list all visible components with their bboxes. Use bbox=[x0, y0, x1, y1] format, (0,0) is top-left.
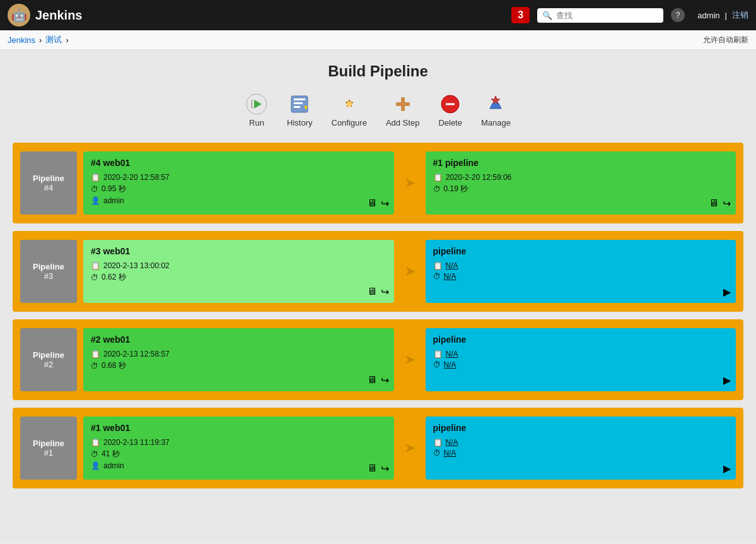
main-content: Build Pipeline Run bbox=[0, 50, 756, 543]
calendar-icon: 📋 bbox=[91, 261, 100, 270]
rerun-icon[interactable]: ↪ bbox=[381, 198, 389, 210]
delete-label: Delete bbox=[438, 118, 462, 127]
breadcrumb-sep2: › bbox=[66, 35, 68, 45]
run-icon bbox=[245, 93, 268, 115]
rerun-icon[interactable]: ↪ bbox=[381, 463, 389, 475]
pipeline-label-text: Pipeline bbox=[33, 174, 64, 183]
build-user: 👤 admin bbox=[91, 196, 387, 205]
svg-rect-9 bbox=[401, 97, 405, 111]
build-duration: 41 秒 bbox=[102, 449, 120, 459]
clock-icon: ⏱ bbox=[433, 272, 441, 281]
delete-icon bbox=[439, 93, 462, 115]
build-title: #4 web01 bbox=[91, 158, 387, 168]
downstream-info: 📋2020-2-20 12:59:06 ⏱0.19 秒 bbox=[433, 173, 729, 194]
run-downstream-icon[interactable]: ▶ bbox=[723, 374, 731, 386]
breadcrumb-jenkins[interactable]: Jenkins bbox=[8, 35, 35, 45]
pipeline-row: Pipeline #3 #3 web01 📋 2020-2-13 13:00:0… bbox=[13, 231, 743, 312]
console-icon[interactable]: 🖥 bbox=[367, 463, 377, 475]
clock-icon: ⏱ bbox=[433, 185, 441, 194]
build-title: #1 web01 bbox=[91, 423, 387, 433]
history-label: History bbox=[287, 118, 312, 127]
run-button[interactable]: Run bbox=[245, 93, 268, 127]
pipeline-row: Pipeline #2 #2 web01 📋 2020-2-13 12:58:5… bbox=[13, 319, 743, 400]
log-icon[interactable]: 🖥 bbox=[709, 198, 719, 210]
downstream-title: pipeline bbox=[433, 246, 729, 256]
help-button[interactable]: ? bbox=[671, 8, 685, 22]
search-icon: 🔍 bbox=[542, 11, 552, 20]
user-icon: 👤 bbox=[91, 196, 100, 205]
calendar-icon: 📋 bbox=[433, 173, 443, 182]
pipeline-label: Pipeline #3 bbox=[20, 240, 77, 303]
separator: | bbox=[725, 11, 727, 20]
breadcrumb-test[interactable]: 测试 bbox=[45, 34, 62, 45]
header: 🤖 Jenkins 3 🔍 ? admin | 注销 bbox=[0, 0, 756, 30]
build-duration: 0.68 秒 bbox=[102, 360, 126, 371]
calendar-icon: 📋 bbox=[433, 261, 443, 270]
clock-icon: ⏱ bbox=[91, 362, 98, 370]
pipeline-num: #2 bbox=[44, 360, 53, 369]
downstream-title: pipeline bbox=[433, 423, 729, 433]
build-date: 2020-2-20 12:58:57 bbox=[103, 173, 170, 182]
build-card-actions: 🖥 ↪ bbox=[367, 374, 389, 386]
build-card: #2 web01 📋 2020-2-13 12:58:57 ⏱ 0.68 秒 🖥… bbox=[83, 328, 394, 391]
svg-point-7 bbox=[347, 102, 352, 107]
user-icon: 👤 bbox=[91, 461, 100, 470]
downstream-card-actions: ▶ bbox=[723, 286, 731, 298]
jenkins-icon: 🤖 bbox=[8, 4, 30, 27]
build-card-actions: 🖥 ↪ bbox=[367, 463, 389, 475]
build-card-actions: 🖥 ↪ bbox=[367, 286, 389, 298]
build-date-row: 📋 2020-2-13 12:58:57 bbox=[91, 350, 387, 358]
search-input[interactable] bbox=[556, 11, 658, 20]
downstream-card: #1 pipeline 📋2020-2-20 12:59:06 ⏱0.19 秒 … bbox=[426, 151, 736, 215]
history-button[interactable]: History bbox=[287, 93, 312, 127]
arrow-connector: ➤ bbox=[400, 417, 419, 480]
downstream-card-actions: ▶ bbox=[723, 374, 731, 386]
header-actions: admin | 注销 bbox=[697, 9, 748, 21]
auto-refresh[interactable]: 允许自动刷新 bbox=[703, 35, 748, 45]
calendar-icon: 📋 bbox=[91, 438, 100, 447]
notification-badge[interactable]: 3 bbox=[511, 7, 530, 23]
configure-button[interactable]: Configure bbox=[332, 93, 367, 127]
calendar-icon: 📋 bbox=[433, 350, 443, 358]
run-downstream-icon[interactable]: ▶ bbox=[723, 286, 731, 298]
logout-link[interactable]: 注销 bbox=[732, 9, 748, 21]
pipeline-label: Pipeline #1 bbox=[20, 417, 77, 480]
build-duration-row: ⏱ 0.62 秒 bbox=[91, 272, 387, 283]
build-date: 2020-2-13 13:00:02 bbox=[103, 261, 170, 270]
build-date-row: 📋 2020-2-13 13:00:02 bbox=[91, 261, 387, 270]
search-box: 🔍 bbox=[537, 8, 663, 23]
configure-icon bbox=[338, 93, 361, 115]
clock-icon: ⏱ bbox=[91, 185, 98, 194]
build-duration: 0.95 秒 bbox=[102, 184, 126, 194]
pipeline-row: Pipeline #1 #1 web01 📋 2020-2-13 11:19:3… bbox=[13, 408, 743, 488]
pipeline-num: #1 bbox=[44, 448, 53, 458]
build-date-row: 📋 2020-2-13 11:19:37 bbox=[91, 438, 387, 447]
build-user: 👤 admin bbox=[91, 461, 387, 470]
build-date: 2020-2-13 12:58:57 bbox=[103, 350, 170, 358]
build-card: #4 web01 📋 2020-2-20 12:58:57 ⏱ 0.95 秒 👤… bbox=[83, 151, 394, 215]
arrow-connector: ➤ bbox=[400, 151, 419, 215]
build-card: #3 web01 📋 2020-2-13 13:00:02 ⏱ 0.62 秒 🖥… bbox=[83, 240, 394, 303]
rerun-icon[interactable]: ↪ bbox=[723, 198, 731, 210]
downstream-card-actions: 🖥 ↪ bbox=[709, 198, 731, 210]
build-card: #1 web01 📋 2020-2-13 11:19:37 ⏱ 41 秒 👤 a… bbox=[83, 417, 394, 480]
add-step-button[interactable]: Add Step bbox=[386, 93, 420, 127]
run-downstream-icon[interactable]: ▶ bbox=[723, 463, 731, 475]
build-duration: 0.62 秒 bbox=[102, 272, 126, 283]
manage-button[interactable]: Manage bbox=[481, 93, 511, 127]
rerun-icon[interactable]: ↪ bbox=[381, 374, 389, 386]
rerun-icon[interactable]: ↪ bbox=[381, 286, 389, 298]
build-info: 📋 2020-2-20 12:58:57 ⏱ 0.95 秒 👤 admin bbox=[91, 173, 387, 205]
delete-button[interactable]: Delete bbox=[438, 93, 462, 127]
build-date: 2020-2-13 11:19:37 bbox=[103, 438, 170, 447]
build-info: 📋 2020-2-13 13:00:02 ⏱ 0.62 秒 bbox=[91, 261, 387, 283]
console-icon[interactable]: 🖥 bbox=[367, 198, 377, 210]
console-icon[interactable]: 🖥 bbox=[367, 374, 377, 386]
configure-label: Configure bbox=[332, 118, 367, 127]
console-icon[interactable]: 🖥 bbox=[367, 286, 377, 298]
pipeline-num: #3 bbox=[44, 271, 53, 281]
pipeline-container: Pipeline #4 #4 web01 📋 2020-2-20 12:58:5… bbox=[13, 143, 743, 488]
downstream-title: #1 pipeline bbox=[433, 158, 729, 168]
downstream-card: pipeline 📋N/A ⏱N/A ▶ bbox=[426, 328, 736, 391]
calendar-icon: 📋 bbox=[91, 350, 100, 358]
